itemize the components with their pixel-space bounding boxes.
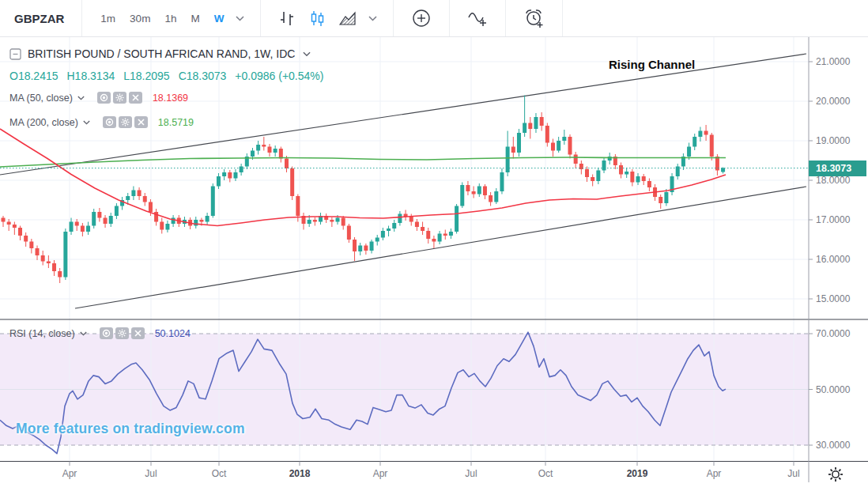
price-axis-label: 18.0000 [816,175,850,186]
symbol-legend: BRITISH POUND / SOUTH AFRICAN RAND, 1W, … [9,47,315,60]
price-axis-label: 15.0000 [816,293,850,304]
rsi-legend: RSI (14, close) 50.1024 [9,327,191,339]
ma200-value: 18.5719 [158,117,194,128]
area-icon[interactable] [338,9,357,27]
chevron-down-icon[interactable] [80,331,87,336]
price-axis-label: 20.0000 [816,96,850,107]
interval-button-W[interactable]: W [214,13,225,25]
ma50-value: 18.1369 [153,93,188,104]
current-price-badge: 18.3073 [809,161,866,176]
time-axis-label: Apr [707,468,722,479]
visibility-icon[interactable] [100,327,113,339]
price-axis-label: 21.0000 [816,56,850,67]
time-axis-label: Jul [145,468,157,479]
candles-icon[interactable] [308,9,326,27]
interval-button-30m[interactable]: 30m [130,13,150,25]
chevron-down-icon[interactable] [83,120,90,125]
bars-icon[interactable] [278,9,296,27]
tradingview-chart-widget: GBPZAR 1m30m1hMW [0,0,868,491]
time-axis-label: Oct [538,468,553,479]
interval-button-1h[interactable]: 1h [164,13,176,25]
symbol-title[interactable]: BRITISH POUND / SOUTH AFRICAN RAND, 1W, … [28,47,295,60]
change-value: +0.0986 (+0.54%) [235,70,323,82]
alert-group [506,0,563,36]
settings-gear-icon[interactable] [113,92,126,104]
rising-channel-label: Rising Channel [609,58,695,71]
ma50-controls [97,92,145,104]
collapse-icon[interactable] [9,48,21,60]
rsi-axis-label: 50.0000 [816,384,850,395]
top-toolbar: GBPZAR 1m30m1hMW [0,0,868,37]
ma50-legend: MA (50, close) 18.1369 [9,92,188,104]
settings-gear-icon[interactable] [119,116,132,128]
chart-area: BRITISH POUND / SOUTH AFRICAN RAND, 1W, … [0,37,868,491]
price-axis-label: 16.0000 [816,254,850,265]
symbol-name[interactable]: GBPZAR [0,12,81,25]
time-axis-label: Oct [212,468,227,479]
close-value: C18.3073 [179,70,227,82]
price-axis-label: 17.0000 [816,214,850,225]
alert-clock-icon[interactable] [523,9,545,28]
symbol-group: GBPZAR [0,0,82,36]
indicators-group [450,0,506,36]
close-icon[interactable] [134,116,148,128]
high-value: H18.3134 [67,70,115,82]
interval-group: 1m30m1hMW [82,0,261,36]
rsi-controls [100,327,147,339]
time-axis-label: 2018 [289,468,311,479]
ma200-controls [103,116,150,128]
price-axis-label: 19.0000 [816,135,850,146]
interval-button-1m[interactable]: 1m [100,13,115,25]
ohlc-row: O18.2415 H18.3134 L18.2095 C18.3073 +0.0… [9,70,332,82]
chevron-down-icon[interactable] [303,51,311,57]
rsi-value: 50.1024 [155,328,191,339]
rsi-axis-label: 30.0000 [816,440,850,451]
chart-settings-gear-icon[interactable] [825,464,846,485]
compare-plus-icon[interactable] [411,8,432,28]
ma200-legend: MA (200, close) 18.5719 [9,116,194,128]
interval-button-M[interactable]: M [191,13,199,25]
visibility-icon[interactable] [97,92,111,104]
time-axis-label: 2019 [627,468,648,479]
chevron-down-icon[interactable] [368,16,377,21]
open-value: O18.2415 [9,70,58,82]
time-axis-label: Jul [465,468,477,479]
chart-type-group [261,0,394,36]
low-value: L18.2095 [123,70,169,82]
settings-gear-icon[interactable] [115,327,129,339]
ma200-label[interactable]: MA (200, close) [9,117,78,128]
visibility-icon[interactable] [103,116,116,128]
time-axis-label: Jul [787,468,799,479]
chevron-down-icon[interactable] [77,96,85,100]
close-icon[interactable] [131,327,145,339]
indicators-icon[interactable] [467,9,488,28]
time-axis-label: Apr [373,468,388,479]
ma50-label[interactable]: MA (50, close) [9,93,73,104]
chevron-down-icon[interactable] [236,16,244,21]
time-axis-label: Apr [62,468,77,479]
tradingview-watermark[interactable]: More features on tradingview.com [16,421,245,437]
compare-group [394,0,450,36]
close-icon[interactable] [129,92,142,104]
rsi-axis-label: 70.0000 [816,328,850,339]
rsi-label[interactable]: RSI (14, close) [9,328,75,339]
